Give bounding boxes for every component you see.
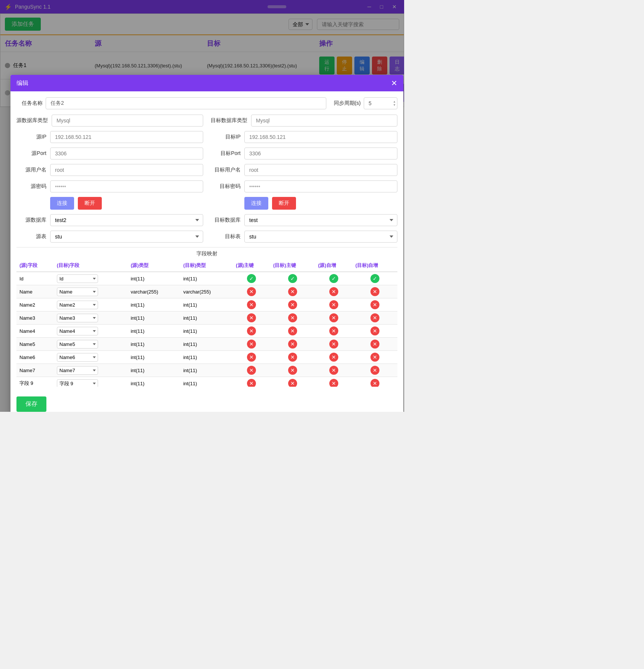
tgt-type-cell: int(11) xyxy=(180,338,233,351)
tgt-type-cell: int(11) xyxy=(180,325,233,338)
target-user-input[interactable] xyxy=(244,164,397,176)
source-user-input[interactable] xyxy=(50,164,203,176)
tgt-type-cell: int(11) xyxy=(180,377,233,387)
src-pk-cell: ✕ xyxy=(233,364,270,377)
target-db-type-label: 目标数据库类型 xyxy=(211,117,247,124)
tgt-field-select[interactable]: 字段 9 xyxy=(57,379,98,387)
target-table-row: 目标表 stu xyxy=(211,231,397,243)
tgt-field-select[interactable]: Name7 xyxy=(57,366,98,375)
tgt-field-select[interactable]: Name2 xyxy=(57,301,98,309)
source-table-select[interactable]: stu xyxy=(50,231,203,243)
src-pk-cell: ✕ xyxy=(233,325,270,338)
src-type-cell: int(11) xyxy=(128,351,180,364)
sync-period-label: 同步周期(s) xyxy=(334,100,361,107)
tgt-field-cell[interactable]: Name2 xyxy=(54,298,128,311)
cross-icon: ✕ xyxy=(370,379,379,387)
tgt-field-select[interactable]: Name xyxy=(57,288,98,296)
src-ai-cell: ✕ xyxy=(315,364,352,377)
cross-icon: ✕ xyxy=(329,353,338,362)
task-name-row: 任务名称 同步周期(s) ▲ ▼ xyxy=(16,97,397,109)
stepper-arrows: ▲ ▼ xyxy=(393,100,396,107)
sync-period-input[interactable] xyxy=(364,97,397,109)
tgt-field-cell[interactable]: Name5 xyxy=(54,338,128,351)
tgt-pk-cell: ✕ xyxy=(270,351,315,364)
src-type-cell: int(11) xyxy=(128,272,180,285)
target-table-label: 目标表 xyxy=(211,233,241,240)
source-port-input[interactable] xyxy=(50,148,203,159)
src-field-cell: Name3 xyxy=(16,311,54,325)
source-user-row: 源用户名 xyxy=(16,164,203,176)
source-db-select[interactable]: test2 xyxy=(50,214,203,226)
source-connect-button[interactable]: 连接 xyxy=(50,197,74,210)
col-src-ai: (源)自增 xyxy=(315,259,352,272)
mapping-header-row: (源)字段 (目标)字段 (源)类型 (目标)类型 (源)主键 (目标)主键 (… xyxy=(16,259,397,272)
cross-icon: ✕ xyxy=(247,379,256,387)
cross-icon: ✕ xyxy=(329,340,338,349)
tgt-pk-cell: ✕ xyxy=(270,325,315,338)
target-port-label: 目标Port xyxy=(211,150,241,157)
src-ai-cell: ✓ xyxy=(315,272,352,285)
cross-icon: ✕ xyxy=(288,300,297,309)
src-ai-cell: ✕ xyxy=(315,377,352,387)
tgt-field-cell[interactable]: Name3 xyxy=(54,311,128,325)
col-src-pk: (源)主键 xyxy=(233,259,270,272)
target-ip-label: 目标IP xyxy=(211,134,241,140)
col-tgt-type: (目标)类型 xyxy=(180,259,233,272)
source-db-type-row: 源数据库类型 xyxy=(16,115,203,127)
target-connect-button[interactable]: 连接 xyxy=(244,197,268,210)
source-db-row: 源数据库 test2 xyxy=(16,214,203,226)
source-ip-row: 源IP xyxy=(16,131,203,143)
tgt-type-cell: int(11) xyxy=(180,311,233,325)
tgt-pk-cell: ✕ xyxy=(270,338,315,351)
tgt-field-select[interactable]: Name6 xyxy=(57,353,98,362)
tgt-field-cell[interactable]: Name4 xyxy=(54,325,128,338)
tgt-ai-cell: ✓ xyxy=(352,272,397,285)
target-table-select[interactable]: stu xyxy=(244,231,397,243)
target-pwd-input[interactable] xyxy=(244,180,397,192)
cross-icon: ✕ xyxy=(288,326,297,335)
tgt-field-cell[interactable]: Name7 xyxy=(54,364,128,377)
save-button[interactable]: 保存 xyxy=(16,396,46,412)
tgt-field-cell[interactable]: Name xyxy=(54,285,128,298)
tgt-field-select[interactable]: Name5 xyxy=(57,340,98,349)
src-field-cell: Name2 xyxy=(16,298,54,311)
task-name-input[interactable] xyxy=(46,97,326,109)
target-ip-row: 目标IP xyxy=(211,131,397,143)
cross-icon: ✕ xyxy=(288,287,297,296)
source-db-type-input[interactable] xyxy=(52,115,203,127)
target-db-type-input[interactable] xyxy=(251,115,397,127)
tgt-field-cell[interactable]: Name6 xyxy=(54,351,128,364)
source-pwd-input[interactable] xyxy=(50,180,203,192)
target-port-row: 目标Port xyxy=(211,148,397,159)
tgt-type-cell: varchar(255) xyxy=(180,285,233,298)
target-ip-input[interactable] xyxy=(244,131,397,143)
tgt-pk-cell: ✕ xyxy=(270,298,315,311)
target-db-select[interactable]: test xyxy=(244,214,397,226)
target-connect-row: 连接 断开 xyxy=(211,197,397,210)
tgt-field-cell[interactable]: Id xyxy=(54,272,128,285)
tgt-ai-cell: ✕ xyxy=(352,351,397,364)
tgt-ai-cell: ✕ xyxy=(352,364,397,377)
cross-icon: ✕ xyxy=(329,287,338,296)
src-pk-cell: ✕ xyxy=(233,298,270,311)
cross-icon: ✕ xyxy=(247,340,256,349)
src-field-cell: Name5 xyxy=(16,338,54,351)
cross-icon: ✕ xyxy=(247,287,256,296)
target-port-input[interactable] xyxy=(244,148,397,159)
cross-icon: ✕ xyxy=(329,300,338,309)
source-ip-input[interactable] xyxy=(50,131,203,143)
dialog-close-button[interactable]: ✕ xyxy=(391,79,397,88)
src-ai-cell: ✕ xyxy=(315,285,352,298)
target-disconnect-button[interactable]: 断开 xyxy=(272,197,296,210)
table-row: Name5 Name5 int(11) int(11) ✕ ✕ ✕ ✕ xyxy=(16,338,397,351)
source-disconnect-button[interactable]: 断开 xyxy=(78,197,102,210)
tgt-ai-cell: ✕ xyxy=(352,298,397,311)
tgt-ai-cell: ✕ xyxy=(352,377,397,387)
target-db-type-row: 目标数据库类型 xyxy=(211,115,397,127)
tgt-field-select[interactable]: Name3 xyxy=(57,314,98,322)
mapping-scroll[interactable]: (源)字段 (目标)字段 (源)类型 (目标)类型 (源)主键 (目标)主键 (… xyxy=(16,259,397,387)
table-row: Name Name varchar(255) varchar(255) ✕ ✕ … xyxy=(16,285,397,298)
tgt-field-select[interactable]: Name4 xyxy=(57,327,98,335)
tgt-field-cell[interactable]: 字段 9 xyxy=(54,377,128,387)
tgt-field-select[interactable]: Id xyxy=(57,274,98,283)
